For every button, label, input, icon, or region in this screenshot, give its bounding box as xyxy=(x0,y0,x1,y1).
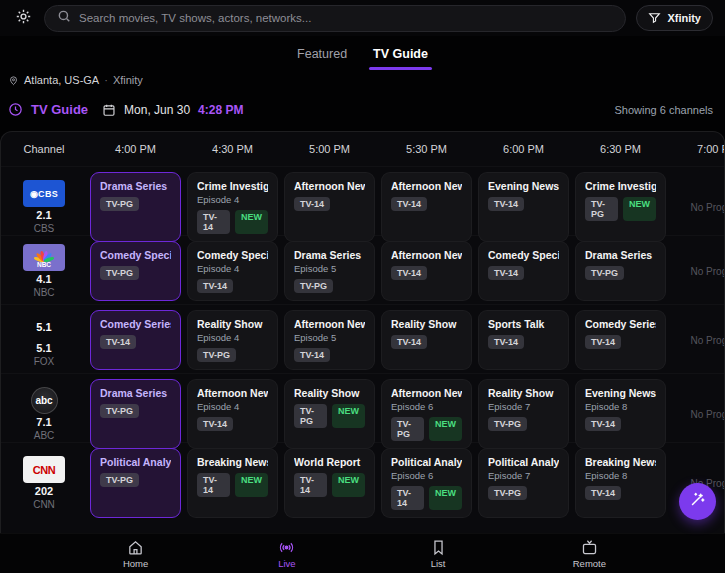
nav-item-list[interactable]: List xyxy=(408,539,468,569)
rating-badge: TV-PG xyxy=(488,486,527,500)
program-card[interactable]: Drama SeriesTV-PG xyxy=(90,172,181,242)
program-card[interactable]: Reality ShowTV-PGNEW xyxy=(284,379,375,449)
search-icon xyxy=(57,9,71,27)
new-badge: NEW xyxy=(235,210,268,234)
program-title: Comedy Series xyxy=(585,318,656,330)
program-slot-empty: No Program xyxy=(669,374,725,454)
program-badges: TV-14 xyxy=(100,335,171,349)
channel-callsign: CBS xyxy=(34,223,55,234)
program-episode: Episode 7 xyxy=(488,470,559,481)
program-card[interactable]: Political AnalysisTV-PG xyxy=(90,448,181,518)
channel-cell-fox[interactable]: 5.15.1FOX xyxy=(1,305,87,375)
program-badges: TV-PG xyxy=(488,486,559,500)
channel-cell-cbs[interactable]: ◉CBS2.1CBS xyxy=(1,167,87,247)
channel-cell-abc[interactable]: abc7.1ABC xyxy=(1,374,87,454)
channel-count-label: Showing 6 channels xyxy=(615,104,717,116)
program-badges: TV-14 xyxy=(391,335,462,349)
program-card[interactable]: Afternoon NewsEpisode 4TV-14 xyxy=(187,379,278,449)
program-card[interactable]: Drama SeriesTV-PG xyxy=(575,241,666,301)
program-card[interactable]: Breaking NewsTV-14NEW xyxy=(187,448,278,518)
program-title: Drama Series xyxy=(100,180,171,192)
gear-icon xyxy=(15,8,32,29)
program-card[interactable]: Evening NewsEpisode 8TV-14 xyxy=(575,379,666,449)
rating-badge: TV-14 xyxy=(197,417,233,431)
program-card[interactable]: Political AnalysisEpisode 6TV-14NEW xyxy=(381,448,472,518)
program-episode: Episode 8 xyxy=(585,470,656,481)
search-bar[interactable] xyxy=(44,5,626,32)
program-card[interactable]: Breaking NewsEpisode 8TV-14 xyxy=(575,448,666,518)
search-input[interactable] xyxy=(79,12,613,24)
channel-cell-nbc[interactable]: NBC4.1NBC xyxy=(1,236,87,306)
program-badges: TV-14 xyxy=(294,348,365,362)
nbc-peacock-logo: NBC xyxy=(23,244,65,271)
program-badges: TV-PGNEW xyxy=(294,404,365,428)
program-badges: TV-14 xyxy=(488,197,559,211)
settings-button[interactable] xyxy=(12,7,34,29)
program-slot: Political AnalysisEpisode 7TV-PG xyxy=(475,443,572,523)
program-card[interactable]: Comedy SpecialTV-14 xyxy=(478,241,569,301)
tab-tv-guide[interactable]: TV Guide xyxy=(373,47,428,70)
program-slot: Reality ShowTV-14 xyxy=(378,305,475,375)
program-badges: TV-14NEW xyxy=(294,473,365,497)
tab-featured[interactable]: Featured xyxy=(297,47,347,70)
program-card[interactable]: Drama SeriesEpisode 5TV-PG xyxy=(284,241,375,301)
program-slot: Comedy SpecialTV-14 xyxy=(475,236,572,306)
program-badges: TV-14 xyxy=(197,417,268,431)
program-card[interactable]: Afternoon NewsTV-14 xyxy=(381,241,472,301)
location-separator: · xyxy=(104,74,108,86)
program-badges: TV-PG xyxy=(585,266,656,280)
program-card[interactable]: Reality ShowEpisode 4TV-PG xyxy=(187,310,278,370)
channel-callsign: NBC xyxy=(33,287,54,298)
program-card[interactable]: Comedy SeriesTV-14 xyxy=(575,310,666,370)
program-card[interactable]: Afternoon NewsEpisode 6TV-PGNEW xyxy=(381,379,472,449)
program-slot: World ReportTV-14NEW xyxy=(281,443,378,523)
new-badge: NEW xyxy=(429,486,462,510)
bookmark-icon xyxy=(430,539,447,556)
provider-filter-button[interactable]: Xfinity xyxy=(636,5,713,31)
program-card[interactable]: Political AnalysisEpisode 7TV-PG xyxy=(478,448,569,518)
no-program-label: No Program xyxy=(672,379,725,449)
guide-header-bar: TV Guide Mon, Jun 30 4:28 PM Showing 6 c… xyxy=(8,102,717,117)
program-card[interactable]: Reality ShowTV-14 xyxy=(381,310,472,370)
program-card[interactable]: Comedy SeriesTV-14 xyxy=(90,310,181,370)
program-title: Breaking News xyxy=(197,456,268,468)
program-slot: Reality ShowEpisode 7TV-PG xyxy=(475,374,572,454)
program-slot: Afternoon NewsEpisode 4TV-14 xyxy=(184,374,281,454)
program-title: Drama Series xyxy=(585,249,656,261)
assistant-fab[interactable] xyxy=(679,483,716,520)
nav-item-live[interactable]: Live xyxy=(257,539,317,569)
program-episode: Episode 8 xyxy=(585,401,656,412)
program-card[interactable]: Sports TalkTV-14 xyxy=(478,310,569,370)
program-card[interactable]: Afternoon NewsEpisode 5TV-14 xyxy=(284,310,375,370)
program-card[interactable]: Afternoon NewsTV-14 xyxy=(381,172,472,242)
program-slot: Breaking NewsEpisode 8TV-14 xyxy=(572,443,669,523)
program-slot: Afternoon NewsEpisode 6TV-PGNEW xyxy=(378,374,475,454)
program-card[interactable]: World ReportTV-14NEW xyxy=(284,448,375,518)
live-broadcast-icon xyxy=(278,539,295,556)
program-title: Afternoon News xyxy=(391,180,462,192)
top-bar: Xfinity xyxy=(0,0,725,36)
guide-date[interactable]: Mon, Jun 30 xyxy=(124,103,190,117)
program-card[interactable]: Afternoon NewsTV-14 xyxy=(284,172,375,242)
program-slot: Drama SeriesTV-PG xyxy=(572,236,669,306)
channel-number: 5.1 xyxy=(36,342,51,354)
guide-current-time[interactable]: 4:28 PM xyxy=(198,103,243,117)
program-card[interactable]: Drama SeriesTV-PG xyxy=(90,379,181,449)
channel-cell-cnn[interactable]: CNN202CNN xyxy=(1,443,87,523)
program-badges: TV-14 xyxy=(391,197,462,211)
guide-title: TV Guide xyxy=(31,102,88,117)
rating-badge: TV-14 xyxy=(197,210,230,234)
program-slot: Afternoon NewsTV-14 xyxy=(281,167,378,247)
nav-item-remote[interactable]: Remote xyxy=(559,539,619,569)
channel-logo-text: 5.1 xyxy=(23,313,65,340)
program-card[interactable]: Comedy SpecialTV-PG xyxy=(90,241,181,301)
program-card[interactable]: Crime InvestigationEpisode 4TV-14NEW xyxy=(187,172,278,242)
program-slot: Sports TalkTV-14 xyxy=(475,305,572,375)
rating-badge: TV-14 xyxy=(488,197,524,211)
program-card[interactable]: Reality ShowEpisode 7TV-PG xyxy=(478,379,569,449)
nav-item-home[interactable]: Home xyxy=(106,539,166,569)
guide-grid-container: Channel 4:00 PM4:30 PM5:00 PM5:30 PM6:00… xyxy=(0,131,725,533)
program-card[interactable]: Crime InvestigationTV-PGNEW xyxy=(575,172,666,242)
program-card[interactable]: Comedy SpecialEpisode 4TV-14 xyxy=(187,241,278,301)
program-card[interactable]: Evening NewsTV-14 xyxy=(478,172,569,242)
